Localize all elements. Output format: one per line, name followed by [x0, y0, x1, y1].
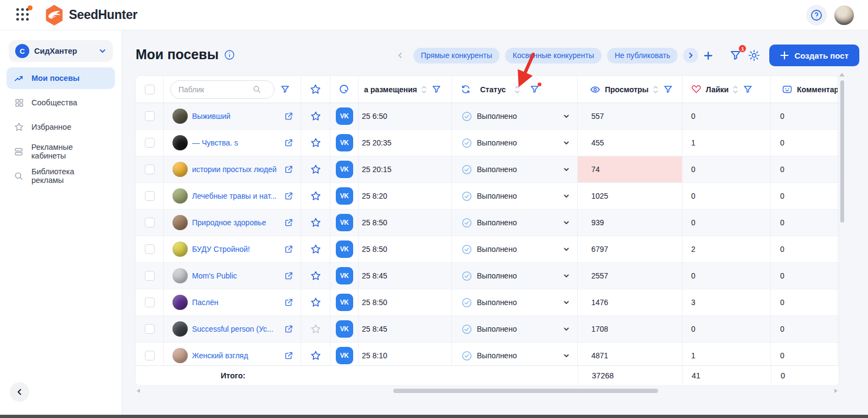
- row-checkbox[interactable]: [145, 138, 155, 148]
- row-checkbox[interactable]: [145, 351, 155, 360]
- help-icon[interactable]: [806, 5, 827, 26]
- tab-do-not-publish[interactable]: Не публиковать: [607, 48, 678, 64]
- sidebar-item-communities[interactable]: Сообщества: [7, 92, 115, 113]
- sidebar-item-ad-cabinets[interactable]: Рекламные кабинеты: [7, 141, 115, 162]
- tab-direct-competitors[interactable]: Прямые конкуренты: [413, 48, 500, 64]
- public-search-input[interactable]: [178, 85, 249, 94]
- search-icon: [252, 85, 261, 94]
- favorite-star-icon[interactable]: [310, 110, 322, 122]
- vertical-scrollbar-thumb[interactable]: [840, 80, 844, 223]
- community-link[interactable]: Лечебные травы и нат...: [192, 192, 280, 200]
- community-link[interactable]: БУДУ Стройной!: [192, 245, 280, 254]
- account-switcher[interactable]: С СидХантер: [9, 40, 113, 62]
- tab-indirect-competitors[interactable]: Косвенные конкуренты: [505, 48, 602, 64]
- community-link[interactable]: Mom's Public: [192, 271, 280, 280]
- external-link-icon[interactable]: [284, 112, 293, 121]
- row-checkbox[interactable]: [145, 164, 155, 174]
- create-post-button[interactable]: Создать пост: [769, 45, 859, 66]
- settings-button[interactable]: [748, 49, 761, 62]
- filters-button[interactable]: 1: [729, 49, 742, 62]
- community-link[interactable]: — Чувства. ѕ: [192, 138, 280, 147]
- scroll-left-arrow[interactable]: [137, 389, 140, 393]
- views-sort-control[interactable]: [653, 86, 658, 93]
- favorite-star-icon[interactable]: [310, 190, 322, 202]
- community-link[interactable]: истории простых людей: [192, 165, 280, 174]
- status-dropdown-chevron[interactable]: [563, 113, 570, 119]
- collapse-sidebar-button[interactable]: [10, 382, 29, 402]
- favorite-star-icon[interactable]: [310, 323, 322, 335]
- favorite-star-icon[interactable]: [310, 296, 322, 308]
- status-dropdown-chevron[interactable]: [563, 299, 570, 306]
- external-link-icon[interactable]: [284, 192, 293, 200]
- external-link-icon[interactable]: [284, 138, 293, 147]
- row-checkbox[interactable]: [145, 218, 155, 227]
- favorite-star-icon[interactable]: [310, 217, 322, 229]
- views-filter-funnel-icon[interactable]: [663, 84, 673, 94]
- external-link-icon[interactable]: [284, 165, 293, 174]
- favorite-star-icon[interactable]: [310, 350, 322, 362]
- status-sort-control[interactable]: [515, 86, 520, 93]
- row-checkbox[interactable]: [145, 244, 155, 254]
- status-dropdown-chevron[interactable]: [563, 246, 570, 252]
- sidebar-item-ad-library[interactable]: Библиотека рекламы: [7, 165, 115, 187]
- community-link[interactable]: Выживший: [192, 112, 280, 121]
- status-dropdown-chevron[interactable]: [563, 166, 570, 173]
- favorite-star-icon[interactable]: [310, 243, 322, 255]
- row-checkbox[interactable]: [145, 271, 155, 281]
- info-icon[interactable]: [224, 49, 235, 60]
- sidebar-item-favorites[interactable]: Избранное: [7, 116, 115, 138]
- community-link[interactable]: Природное здоровье: [192, 218, 280, 227]
- status-dropdown-chevron[interactable]: [563, 219, 570, 226]
- select-all-checkbox[interactable]: [145, 85, 155, 94]
- apps-grid-icon[interactable]: [16, 8, 30, 22]
- status-dropdown-chevron[interactable]: [563, 273, 570, 279]
- tabs-scroll-left-button[interactable]: [393, 48, 408, 63]
- horizontal-scrollbar-thumb[interactable]: [393, 389, 658, 393]
- status-check-icon: [462, 271, 472, 281]
- favorite-star-icon[interactable]: [310, 163, 322, 175]
- external-link-icon[interactable]: [284, 298, 293, 307]
- external-link-icon[interactable]: [284, 218, 293, 227]
- vertical-scrollbar[interactable]: [840, 77, 844, 384]
- external-link-icon[interactable]: [284, 325, 293, 333]
- sidebar-item-my-seeds[interactable]: Мои посевы: [7, 67, 115, 89]
- add-tab-button[interactable]: [704, 51, 713, 60]
- community-link[interactable]: Successful person (Ус...: [192, 325, 280, 333]
- date-sort-control[interactable]: [422, 86, 426, 93]
- row-checkbox[interactable]: [145, 111, 155, 121]
- row-checkbox[interactable]: [145, 297, 155, 307]
- status-dropdown-chevron[interactable]: [563, 326, 570, 332]
- row-checkbox[interactable]: [145, 324, 155, 334]
- community-link[interactable]: Женский взгляд: [192, 351, 280, 360]
- public-filter-funnel-icon[interactable]: [280, 84, 290, 94]
- user-avatar[interactable]: [834, 5, 854, 25]
- status-value: Выполнено: [477, 218, 517, 227]
- status-dropdown-chevron[interactable]: [563, 193, 570, 199]
- tabs-scroll-right-button[interactable]: [683, 48, 698, 63]
- likes-sort-control[interactable]: [733, 86, 738, 93]
- public-search[interactable]: [170, 80, 275, 99]
- seedhunter-logo[interactable]: SeedHunter: [44, 4, 137, 26]
- external-link-icon[interactable]: [284, 351, 293, 360]
- status-dropdown-chevron[interactable]: [563, 140, 570, 146]
- main-content: Мои посевы Прямые конкуренты Косвенные к…: [122, 30, 868, 415]
- seedhunter-app: SeedHunter С СидХантер Мо: [0, 0, 868, 418]
- favorites-column-icon[interactable]: [309, 83, 322, 96]
- favorite-star-icon[interactable]: [310, 137, 322, 149]
- views-value: 1025: [591, 192, 608, 200]
- community-link[interactable]: Паслён: [192, 298, 280, 307]
- favorite-star-icon[interactable]: [310, 270, 322, 282]
- likes-filter-funnel-icon[interactable]: [743, 84, 753, 94]
- date-filter-funnel-icon[interactable]: [431, 84, 442, 94]
- external-link-icon[interactable]: [284, 271, 293, 280]
- scroll-up-arrow[interactable]: [839, 73, 845, 77]
- sidebar-item-label: Рекламные кабинеты: [31, 143, 108, 160]
- status-filter-funnel-icon[interactable]: [529, 84, 540, 94]
- status-dropdown-chevron[interactable]: [563, 352, 570, 359]
- horizontal-scrollbar[interactable]: [136, 388, 839, 394]
- scroll-right-arrow[interactable]: [834, 389, 838, 393]
- row-checkbox[interactable]: [145, 191, 155, 201]
- platform-column-icon[interactable]: [339, 84, 350, 96]
- status-refresh-icon[interactable]: [461, 84, 471, 94]
- external-link-icon[interactable]: [284, 245, 293, 254]
